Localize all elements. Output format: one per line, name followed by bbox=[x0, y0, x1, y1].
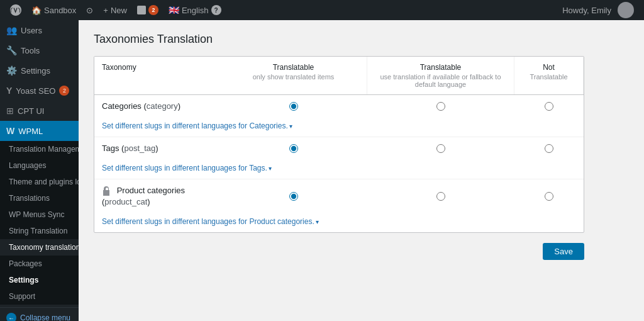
sub-translations[interactable]: Translations bbox=[0, 190, 79, 206]
tags-slug-link-row: Set different slugs in different languag… bbox=[94, 159, 584, 179]
product-cats-radio1[interactable] bbox=[289, 192, 298, 201]
categories-label: Categories (category) bbox=[94, 101, 220, 111]
sub-translations-label: Translations bbox=[9, 194, 50, 203]
sidebar-item-tools[interactable]: 🔧 Tools bbox=[0, 40, 79, 60]
th-not-translatable: Not Translatable bbox=[514, 57, 584, 94]
tags-radio3[interactable] bbox=[545, 144, 553, 153]
sub-string-translation[interactable]: String Translation bbox=[0, 223, 79, 239]
sub-settings[interactable]: Settings bbox=[0, 272, 79, 288]
cpt-label: CPT UI bbox=[18, 106, 44, 116]
lang-name: English bbox=[182, 6, 209, 15]
lock-icon bbox=[102, 186, 112, 197]
sidebar-item-wpml[interactable]: W WPML bbox=[0, 121, 79, 141]
sub-theme-plugins-label: Theme and plugins localization bbox=[9, 177, 79, 186]
yoast-badge: 2 bbox=[59, 86, 69, 96]
sub-packages[interactable]: Packages bbox=[0, 256, 79, 272]
tags-radio2[interactable] bbox=[436, 144, 445, 153]
sub-translation-management[interactable]: Translation Management bbox=[0, 141, 79, 157]
th-translatable1-sub: only show translated items bbox=[228, 73, 359, 81]
sub-settings-label: Settings bbox=[9, 276, 38, 284]
customize-link[interactable]: ⊙ bbox=[81, 0, 98, 20]
product-cats-slug-link-row: Set different slugs in different languag… bbox=[94, 213, 584, 232]
th-translatable2-sub: use translation if available or fallback… bbox=[375, 73, 506, 88]
tags-slug: post_tag bbox=[124, 144, 155, 153]
sub-languages[interactable]: Languages bbox=[0, 157, 79, 174]
tags-radio1[interactable] bbox=[289, 144, 298, 153]
table-row-tags: Tags (post_tag) Set different s bbox=[94, 137, 584, 179]
main-content: Taxonomies Translation Taxonomy Translat… bbox=[79, 20, 644, 321]
updates-badge: 2 bbox=[148, 5, 158, 15]
wpml-icon[interactable]: 2 bbox=[132, 0, 164, 20]
th-not-translatable-main: Not bbox=[522, 63, 575, 72]
sidebar-item-cpt-ui[interactable]: ⊞ CPT UI bbox=[0, 101, 79, 121]
tags-label: Tags (post_tag) bbox=[94, 144, 220, 153]
help-icon[interactable]: ? bbox=[211, 5, 221, 15]
sidebar-item-users[interactable]: 👥 Users bbox=[0, 20, 79, 40]
collapse-menu-button[interactable]: ← Collapse menu bbox=[0, 307, 79, 321]
th-not-translatable-sub: Translatable bbox=[522, 73, 575, 81]
row-product-cats-main: Product categories (product_cat) bbox=[94, 179, 584, 213]
sub-taxonomy-translation[interactable]: Taxonomy translation bbox=[0, 239, 79, 256]
categories-radio3[interactable] bbox=[545, 102, 553, 111]
flag-icon: 🇬🇧 bbox=[169, 5, 179, 15]
save-button[interactable]: Save bbox=[543, 243, 584, 260]
tags-radio2-cell bbox=[367, 144, 514, 153]
wpml-submenu: Translation Management Languages Theme a… bbox=[0, 141, 79, 305]
users-label: Users bbox=[21, 26, 42, 35]
categories-slug-link-text: Set different slugs in different languag… bbox=[102, 121, 288, 130]
product-cats-name: Product categories bbox=[117, 186, 185, 195]
row-tags-main: Tags (post_tag) bbox=[94, 137, 584, 159]
language-switcher[interactable]: 🇬🇧 English ? bbox=[164, 0, 226, 20]
new-content-link[interactable]: + New bbox=[98, 0, 132, 20]
sub-wp-menus-sync[interactable]: WP Menus Sync bbox=[0, 206, 79, 223]
product-cats-label: Product categories (product_cat) bbox=[94, 186, 220, 206]
product-cats-radio3-cell bbox=[514, 192, 584, 201]
product-cats-radio2[interactable] bbox=[436, 192, 445, 201]
product-cats-radio3[interactable] bbox=[545, 192, 553, 201]
product-cats-slug-link[interactable]: Set different slugs in different languag… bbox=[102, 217, 319, 226]
th-taxonomy: Taxonomy bbox=[94, 57, 220, 94]
collapse-label: Collapse menu bbox=[20, 313, 70, 321]
new-label: New bbox=[111, 6, 127, 15]
categories-radio2-cell bbox=[367, 102, 514, 111]
sub-translation-management-label: Translation Management bbox=[9, 145, 79, 154]
site-name: Sandbox bbox=[44, 6, 76, 15]
categories-slug-link-row: Set different slugs in different languag… bbox=[94, 117, 584, 137]
product-cats-radio2-cell bbox=[367, 192, 514, 201]
categories-radio2[interactable] bbox=[436, 102, 445, 111]
tools-label: Tools bbox=[21, 46, 40, 55]
tags-chevron: ▾ bbox=[269, 165, 272, 172]
admin-sidebar: 👥 Users 🔧 Tools ⚙️ Settings Y Yoast SEO … bbox=[0, 20, 79, 321]
svg-rect-0 bbox=[137, 6, 146, 14]
row-categories-main: Categories (category) bbox=[94, 95, 584, 117]
tags-name: Tags bbox=[102, 144, 119, 153]
settings-icon: ⚙️ bbox=[6, 65, 17, 76]
categories-chevron: ▾ bbox=[289, 123, 292, 130]
product-cats-radio1-cell bbox=[220, 192, 367, 201]
wpml-menu-icon: W bbox=[6, 126, 14, 136]
categories-radio1[interactable] bbox=[289, 102, 298, 111]
cpt-icon: ⊞ bbox=[6, 106, 14, 116]
sub-support[interactable]: Support bbox=[0, 288, 79, 305]
wp-logo[interactable] bbox=[5, 0, 26, 20]
save-bar: Save bbox=[94, 243, 584, 260]
th-taxonomy-label: Taxonomy bbox=[102, 63, 213, 72]
sub-string-translation-label: String Translation bbox=[9, 227, 67, 235]
categories-slug-link[interactable]: Set different slugs in different languag… bbox=[102, 121, 292, 130]
tools-icon: 🔧 bbox=[6, 45, 17, 55]
tags-slug-link-text: Set different slugs in different languag… bbox=[102, 164, 267, 172]
howdy-text: Howdy, Emily bbox=[562, 6, 611, 15]
sub-packages-label: Packages bbox=[9, 259, 42, 268]
yoast-icon: Y bbox=[6, 86, 12, 96]
users-icon: 👥 bbox=[6, 25, 17, 35]
sub-theme-plugins[interactable]: Theme and plugins localization bbox=[0, 174, 79, 190]
site-name-link[interactable]: 🏠 Sandbox bbox=[26, 0, 81, 20]
tags-slug-link[interactable]: Set different slugs in different languag… bbox=[102, 164, 272, 172]
tags-radio1-cell bbox=[220, 144, 367, 153]
categories-radio3-cell bbox=[514, 102, 584, 111]
sidebar-item-settings[interactable]: ⚙️ Settings bbox=[0, 60, 79, 81]
th-translatable2-main: Translatable bbox=[375, 63, 506, 72]
th-translatable2: Translatable use translation if availabl… bbox=[367, 57, 514, 94]
collapse-icon: ← bbox=[6, 313, 16, 321]
sidebar-item-yoast[interactable]: Y Yoast SEO 2 bbox=[0, 81, 79, 101]
